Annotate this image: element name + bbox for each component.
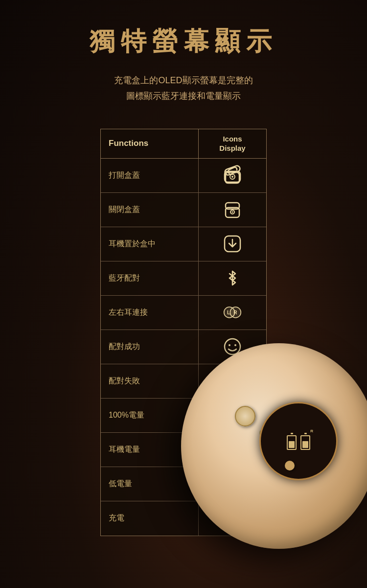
icon-earphone-in-case — [199, 227, 266, 261]
icon-open-lid — [199, 159, 266, 192]
icon-bluetooth — [199, 261, 266, 295]
func-bluetooth: 藍牙配對 — [101, 261, 199, 295]
subtitle-line2: 圖標顯示藍牙連接和電量顯示 — [126, 91, 241, 101]
table-row: 耳機置於盒中 — [101, 227, 266, 261]
device-body: R — [181, 343, 367, 549]
svg-point-3 — [231, 176, 233, 178]
device-illustration: R — [171, 314, 367, 549]
device-screen: R — [259, 402, 338, 480]
svg-point-7 — [232, 212, 233, 213]
table-header: Functions Icons Display — [101, 129, 266, 159]
icons-header-line1: Icons — [223, 135, 242, 143]
page-title: 獨特螢幕顯示 — [90, 24, 277, 59]
table-row: 關閉盒蓋 — [101, 193, 266, 227]
icons-header-line2: Display — [219, 144, 245, 152]
icon-close-lid — [199, 193, 266, 227]
subtitle-line1: 充電盒上的OLED顯示螢幕是完整的 — [114, 75, 252, 85]
func-open-lid: 打開盒蓋 — [101, 159, 199, 192]
func-earphone-in-case: 耳機置於盒中 — [101, 227, 199, 261]
device-dot — [285, 461, 295, 470]
col-icons-header: Icons Display — [199, 129, 266, 158]
subtitle: 充電盒上的OLED顯示螢幕是完整的 圖標顯示藍牙連接和電量顯示 — [114, 72, 252, 104]
table-row: 藍牙配對 — [101, 261, 266, 296]
table-row: 打開盒蓋 — [101, 159, 266, 193]
device-button — [235, 406, 255, 426]
func-close-lid: 關閉盒蓋 — [101, 193, 199, 227]
col-functions-header: Functions — [101, 129, 199, 158]
